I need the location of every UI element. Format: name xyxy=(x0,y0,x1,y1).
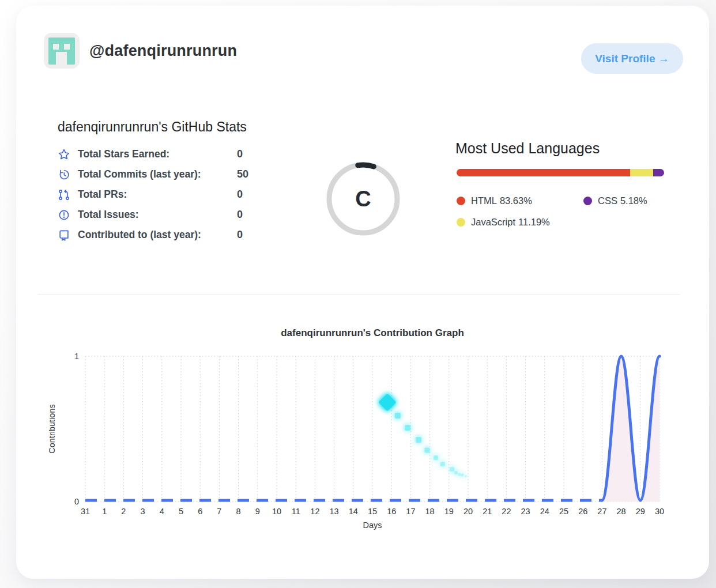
stats-list: Total Stars Earned: 0 Total Commits (las… xyxy=(58,144,271,245)
svg-text:21: 21 xyxy=(483,507,492,516)
stat-value: 50 xyxy=(237,168,248,180)
history-icon xyxy=(58,168,70,181)
css-color-dot xyxy=(583,197,592,205)
legend-item-javascript: JavaScript11.19% xyxy=(457,217,583,228)
contribution-chart: 3112345678910111213141516171819202122232… xyxy=(49,346,672,536)
stat-row-prs: Total PRs: 0 xyxy=(58,184,271,205)
stat-row-issues: Total Issues: 0 xyxy=(58,205,271,225)
svg-text:17: 17 xyxy=(406,507,415,516)
visit-profile-button[interactable]: Visit Profile → xyxy=(581,43,683,74)
language-bar-segment-javascript xyxy=(630,169,653,176)
stat-value: 0 xyxy=(237,229,243,241)
legend-item-html: HTML83.63% xyxy=(457,195,583,206)
y-axis-label: Contributions xyxy=(49,404,56,453)
language-usage-bar xyxy=(457,169,664,176)
svg-text:0: 0 xyxy=(74,497,79,506)
stat-label: Total Commits (last year): xyxy=(78,168,237,180)
language-bar-segment-html xyxy=(457,169,630,176)
svg-text:31: 31 xyxy=(81,507,90,516)
svg-text:18: 18 xyxy=(425,507,435,516)
github-stats-card: @dafenqirunrunrun Visit Profile → dafenq… xyxy=(16,6,709,579)
svg-text:4: 4 xyxy=(160,507,164,516)
page-title-username: @dafenqirunrunrun xyxy=(89,33,237,69)
svg-text:8: 8 xyxy=(236,507,241,516)
svg-text:30: 30 xyxy=(655,507,664,516)
organization-avatar xyxy=(44,33,80,69)
svg-text:5: 5 xyxy=(179,507,183,516)
language-legend: HTML83.63% CSS5.18% JavaScript11.19% xyxy=(457,190,710,233)
svg-text:1: 1 xyxy=(102,507,107,516)
rank-letter: C xyxy=(355,187,371,211)
stat-value: 0 xyxy=(237,209,243,221)
html-color-dot xyxy=(457,197,465,205)
page-background: { "header": { "username": "@dafenqirunru… xyxy=(0,0,716,588)
svg-text:2: 2 xyxy=(121,507,126,516)
svg-text:24: 24 xyxy=(540,507,549,516)
x-axis-label: Days xyxy=(363,521,382,530)
stats-section-title: dafenqirunrunrun's GitHub Stats xyxy=(58,119,247,135)
svg-text:22: 22 xyxy=(502,507,511,516)
svg-text:23: 23 xyxy=(521,507,530,516)
stat-label: Total Issues: xyxy=(78,209,237,221)
languages-section-title: Most Used Languages xyxy=(455,140,600,157)
svg-text:7: 7 xyxy=(217,507,221,516)
stat-row-contributed: Contributed to (last year): 0 xyxy=(58,225,271,245)
repo-icon xyxy=(58,229,70,242)
rank-circle: C xyxy=(323,159,404,239)
section-divider xyxy=(37,294,680,295)
svg-text:27: 27 xyxy=(597,507,606,516)
javascript-color-dot xyxy=(457,218,465,227)
star-icon xyxy=(58,148,70,161)
legend-label: CSS5.18% xyxy=(598,195,647,206)
svg-text:25: 25 xyxy=(559,507,568,516)
legend-label: JavaScript11.19% xyxy=(471,217,550,228)
svg-text:19: 19 xyxy=(444,507,454,516)
stat-label: Total PRs: xyxy=(78,189,237,201)
svg-text:15: 15 xyxy=(368,507,377,516)
pull-request-icon xyxy=(58,189,70,201)
svg-text:1: 1 xyxy=(74,352,79,361)
svg-text:9: 9 xyxy=(255,507,260,516)
svg-text:6: 6 xyxy=(198,507,202,516)
stat-row-stars: Total Stars Earned: 0 xyxy=(58,144,271,164)
svg-text:16: 16 xyxy=(387,507,396,516)
svg-text:11: 11 xyxy=(292,507,300,516)
svg-text:12: 12 xyxy=(310,507,319,516)
svg-text:10: 10 xyxy=(272,507,281,516)
svg-text:29: 29 xyxy=(636,507,645,516)
stat-label: Contributed to (last year): xyxy=(78,229,237,241)
stat-row-commits: Total Commits (last year): 50 xyxy=(58,164,271,184)
svg-text:26: 26 xyxy=(578,507,587,516)
stat-value: 0 xyxy=(237,148,243,160)
contribution-chart-title: dafenqirunrunrun's Contribution Graph xyxy=(52,327,692,339)
building-icon xyxy=(48,37,75,65)
svg-text:28: 28 xyxy=(617,507,626,516)
stat-label: Total Stars Earned: xyxy=(78,148,237,160)
language-bar-segment-css xyxy=(653,169,664,176)
svg-text:20: 20 xyxy=(463,507,473,516)
svg-text:14: 14 xyxy=(349,507,358,516)
issue-icon xyxy=(58,209,70,221)
legend-label: HTML83.63% xyxy=(471,195,532,206)
svg-text:3: 3 xyxy=(141,507,145,516)
svg-text:13: 13 xyxy=(330,507,339,516)
legend-item-css: CSS5.18% xyxy=(583,195,710,206)
stat-value: 0 xyxy=(237,189,243,201)
